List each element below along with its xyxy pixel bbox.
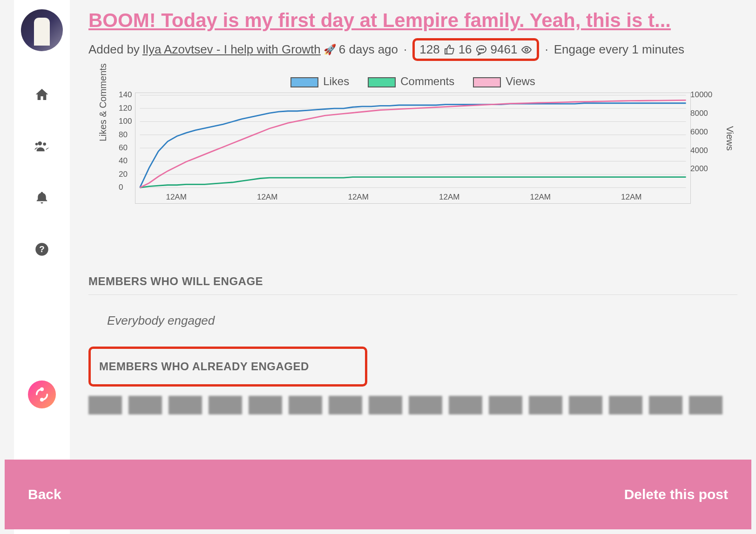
svg-text:2000: 2000	[690, 164, 708, 173]
main-content: BOOM! Today is my first day at Lempire f…	[74, 0, 751, 534]
likes-count: 128	[419, 42, 439, 57]
svg-text:20: 20	[119, 170, 128, 179]
svg-point-10	[483, 49, 484, 50]
legend-comments: Comments	[368, 75, 454, 88]
engage-frequency: Engage every 1 minutes	[554, 42, 684, 57]
svg-text:12AM: 12AM	[257, 193, 277, 201]
back-button[interactable]: Back	[28, 487, 61, 502]
svg-text:12AM: 12AM	[166, 193, 186, 201]
post-meta: Added by Ilya Azovtsev - I help with Gro…	[88, 38, 737, 61]
footer-bar: Back Delete this post	[5, 460, 751, 529]
svg-text:?: ?	[39, 244, 44, 254]
delete-post-button[interactable]: Delete this post	[624, 487, 728, 502]
svg-point-0	[38, 141, 42, 146]
svg-text:10000: 10000	[690, 90, 712, 99]
svg-point-2	[35, 143, 38, 146]
added-by-label: Added by	[88, 42, 140, 57]
svg-text:0: 0	[119, 183, 123, 192]
post-age: 6 days ago	[339, 42, 398, 57]
svg-text:12AM: 12AM	[621, 193, 641, 201]
svg-text:80: 80	[119, 130, 128, 139]
bell-icon[interactable]	[34, 189, 50, 206]
views-count: 9461	[491, 42, 518, 57]
svg-point-11	[525, 48, 528, 51]
legend-views: Views	[473, 75, 535, 88]
svg-point-9	[481, 49, 482, 50]
eye-icon	[521, 44, 532, 55]
svg-text:6000: 6000	[690, 127, 708, 136]
svg-point-6	[41, 399, 43, 401]
svg-text:12AM: 12AM	[439, 193, 459, 201]
home-icon[interactable]	[34, 86, 50, 103]
svg-text:8000: 8000	[690, 109, 708, 118]
chart-plot: 0204060801001201402000400060008000100001…	[135, 93, 691, 204]
y-left-axis-label: Likes & Comments	[98, 63, 108, 141]
svg-text:60: 60	[119, 143, 128, 152]
thumbs-up-icon	[444, 44, 455, 55]
legend-likes: Likes	[290, 75, 349, 88]
svg-point-5	[41, 388, 43, 390]
already-engaged-heading: MEMBERS WHO ALREADY ENGAGED	[88, 347, 367, 387]
will-engage-empty-message: Everybody engaged	[107, 314, 737, 328]
user-avatar[interactable]	[21, 9, 63, 51]
sidebar: ?	[14, 0, 70, 534]
members-icon[interactable]	[34, 138, 50, 154]
engagement-chart: Likes Comments Views Likes & Comments Vi…	[88, 75, 737, 247]
comment-icon	[476, 44, 487, 55]
svg-text:12AM: 12AM	[348, 193, 368, 201]
svg-text:140: 140	[119, 90, 132, 99]
svg-point-1	[43, 142, 46, 146]
svg-point-8	[479, 49, 480, 50]
author-link[interactable]: Ilya Azovtsev - I help with Growth	[142, 42, 321, 57]
svg-text:4000: 4000	[690, 146, 708, 155]
separator: ·	[404, 42, 407, 57]
engaged-members-row	[88, 396, 737, 414]
will-engage-heading: MEMBERS WHO WILL ENGAGE	[88, 275, 737, 295]
svg-text:12AM: 12AM	[530, 193, 550, 201]
svg-text:40: 40	[119, 156, 128, 165]
chart-legend: Likes Comments Views	[88, 75, 737, 88]
help-icon[interactable]: ?	[34, 241, 50, 258]
comments-count: 16	[459, 42, 472, 57]
separator: ·	[545, 42, 548, 57]
rocket-icon: 🚀	[324, 44, 336, 56]
svg-text:100: 100	[119, 117, 132, 126]
post-title[interactable]: BOOM! Today is my first day at Lempire f…	[88, 9, 737, 32]
stats-highlight-box: 128 16 9461	[412, 38, 539, 61]
svg-text:120: 120	[119, 104, 132, 113]
brand-logo-icon[interactable]	[28, 380, 56, 408]
y-right-axis-label: Views	[724, 126, 735, 151]
